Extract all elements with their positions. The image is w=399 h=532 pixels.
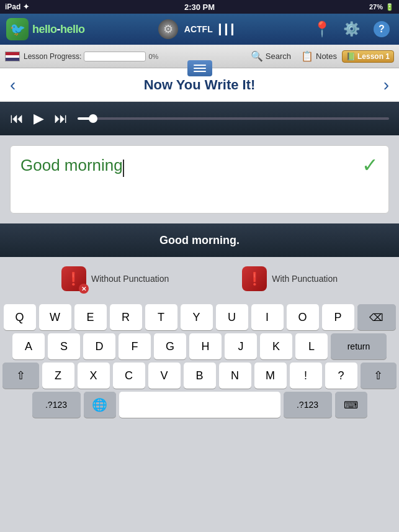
with-punct-label: With Punctuation bbox=[272, 274, 338, 284]
tab-lines-icon bbox=[194, 65, 206, 72]
text-input-area[interactable]: Good morning ✓ bbox=[10, 145, 389, 214]
key-j[interactable]: J bbox=[225, 333, 257, 359]
notes-icon: 📋 bbox=[301, 50, 313, 63]
top-nav: 🐦 hello-hello ⚙ ACTFL ▎▎▎ 📍 ⚙️ ? bbox=[0, 14, 399, 45]
floating-tab[interactable] bbox=[187, 60, 212, 76]
settings-icon-btn[interactable]: ⚙️ bbox=[341, 18, 363, 40]
without-punctuation-button[interactable]: ❗ ✕ Without Punctuation bbox=[61, 266, 169, 291]
keyboard: Q W E R T Y U I O P ⌫ A S D F G H J K L … bbox=[0, 300, 399, 423]
progress-percent: 0% bbox=[148, 53, 158, 60]
bars-icon: ▎▎▎ bbox=[219, 24, 238, 35]
key-p[interactable]: P bbox=[322, 304, 354, 330]
key-t[interactable]: T bbox=[145, 304, 177, 330]
fast-forward-button[interactable]: ⏭ bbox=[54, 110, 68, 127]
location-icon-btn[interactable]: 📍 bbox=[311, 18, 333, 40]
nav-center: ⚙ ACTFL ▎▎▎ bbox=[158, 19, 238, 39]
keyboard-row-4: .?123 🌐 .?123 ⌨ bbox=[2, 392, 397, 418]
punctuation-area: ❗ ✕ Without Punctuation ❗ With Punctuati… bbox=[0, 257, 399, 300]
rewind-button[interactable]: ⏮ bbox=[10, 110, 24, 127]
play-button[interactable]: ▶ bbox=[34, 110, 44, 127]
prev-button[interactable]: ‹ bbox=[10, 75, 16, 95]
globe-key[interactable]: 🌐 bbox=[84, 392, 116, 418]
logo-text: hello-hello bbox=[32, 23, 85, 36]
answer-bar: Good morning. bbox=[0, 223, 399, 257]
key-z[interactable]: Z bbox=[42, 363, 74, 389]
with-punctuation-button[interactable]: ❗ With Punctuation bbox=[242, 266, 338, 291]
text-cursor bbox=[123, 160, 124, 177]
keyboard-row-1: Q W E R T Y U I O P ⌫ bbox=[2, 304, 397, 330]
shift-key-right[interactable]: ⇧ bbox=[361, 363, 397, 389]
keyboard-hide-key[interactable]: ⌨ bbox=[335, 392, 367, 418]
without-punct-icon: ❗ ✕ bbox=[61, 266, 86, 291]
settings-icon: ⚙️ bbox=[343, 21, 360, 37]
logo-text-2: hello bbox=[60, 23, 85, 35]
answer-text: Good morning. bbox=[159, 234, 240, 247]
notes-button[interactable]: 📋 Notes bbox=[296, 48, 342, 65]
gear-icon[interactable]: ⚙ bbox=[158, 19, 178, 39]
help-icon: ? bbox=[374, 21, 390, 37]
key-h[interactable]: H bbox=[189, 333, 222, 359]
logo-icon: 🐦 bbox=[6, 18, 29, 40]
key-o[interactable]: O bbox=[287, 304, 319, 330]
with-punct-icon: ❗ bbox=[242, 266, 267, 291]
logo-area: 🐦 hello-hello bbox=[6, 18, 85, 40]
tab-line-3 bbox=[194, 71, 206, 72]
status-left: iPad ✦ bbox=[5, 2, 29, 11]
typed-text: Good morning bbox=[20, 156, 123, 174]
nav-icons: 📍 ⚙️ ? bbox=[311, 18, 393, 40]
search-button[interactable]: 🔍 Search bbox=[246, 48, 296, 65]
key-s[interactable]: S bbox=[48, 333, 80, 359]
without-punct-label: Without Punctuation bbox=[91, 274, 169, 284]
return-key[interactable]: return bbox=[331, 333, 387, 359]
search-icon: 🔍 bbox=[251, 50, 263, 63]
key-r[interactable]: R bbox=[110, 304, 142, 330]
shift-key[interactable]: ⇧ bbox=[2, 363, 39, 389]
keyboard-row-3: ⇧ Z X C V B N M ! ? ⇧ bbox=[2, 363, 397, 389]
key-g[interactable]: G bbox=[154, 333, 186, 359]
actfl-text: ACTFL bbox=[184, 24, 213, 34]
location-icon: 📍 bbox=[313, 20, 331, 38]
lesson-icon: 📗 bbox=[346, 52, 356, 61]
lesson-badge[interactable]: 📗 Lesson 1 bbox=[342, 50, 394, 63]
key-b[interactable]: B bbox=[184, 363, 216, 389]
help-icon-btn[interactable]: ? bbox=[370, 18, 393, 40]
key-a[interactable]: A bbox=[12, 333, 45, 359]
key-l[interactable]: L bbox=[295, 333, 328, 359]
numbers-key-right[interactable]: .?123 bbox=[284, 392, 332, 418]
audio-slider[interactable] bbox=[78, 117, 389, 120]
key-c[interactable]: C bbox=[113, 363, 145, 389]
carrier-text: iPad ✦ bbox=[5, 2, 29, 11]
check-mark-icon: ✓ bbox=[362, 153, 379, 177]
key-d[interactable]: D bbox=[83, 333, 115, 359]
key-x[interactable]: X bbox=[78, 363, 110, 389]
keyboard-row-2: A S D F G H J K L return bbox=[2, 333, 397, 359]
key-m[interactable]: M bbox=[254, 363, 287, 389]
key-i[interactable]: I bbox=[251, 304, 284, 330]
progress-bar bbox=[84, 52, 146, 61]
key-f[interactable]: F bbox=[119, 333, 151, 359]
numbers-key[interactable]: .?123 bbox=[32, 392, 81, 418]
key-y[interactable]: Y bbox=[181, 304, 213, 330]
lesson-label: Lesson 1 bbox=[357, 52, 390, 61]
flag-area bbox=[5, 52, 20, 61]
key-v[interactable]: V bbox=[148, 363, 181, 389]
key-k[interactable]: K bbox=[260, 333, 292, 359]
x-mark-icon: ✕ bbox=[79, 284, 89, 294]
search-label: Search bbox=[266, 52, 291, 61]
tab-line-2 bbox=[194, 68, 206, 69]
logo-text-1: hello bbox=[32, 23, 57, 35]
next-button[interactable]: › bbox=[383, 75, 389, 95]
status-bar: iPad ✦ 2:30 PM 27% 🔋 bbox=[0, 0, 399, 14]
key-q[interactable]: Q bbox=[4, 304, 36, 330]
key-question[interactable]: ? bbox=[325, 363, 357, 389]
key-exclaim[interactable]: ! bbox=[290, 363, 322, 389]
key-u[interactable]: U bbox=[216, 304, 248, 330]
audio-bar: ⏮ ▶ ⏭ bbox=[0, 102, 399, 135]
key-w[interactable]: W bbox=[39, 304, 71, 330]
backspace-key[interactable]: ⌫ bbox=[357, 304, 396, 330]
key-n[interactable]: N bbox=[219, 363, 251, 389]
key-e[interactable]: E bbox=[74, 304, 107, 330]
space-key[interactable] bbox=[119, 392, 280, 418]
audio-slider-thumb bbox=[89, 114, 97, 123]
notes-label: Notes bbox=[316, 52, 337, 61]
